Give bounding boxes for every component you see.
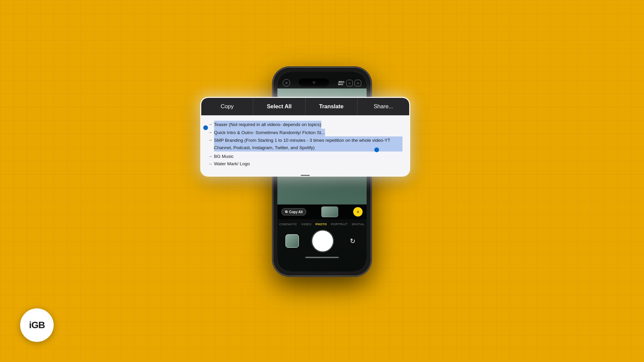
flip-camera-button[interactable]: ↻ xyxy=(346,235,359,247)
select-all-button[interactable]: Select All xyxy=(253,98,305,115)
status-right: JREG MAX ⊙ ⊡ xyxy=(338,80,361,86)
recent-photo-thumbnail[interactable] xyxy=(321,206,338,217)
home-indicator xyxy=(305,257,339,258)
mode-spatial[interactable]: SPATIAL xyxy=(352,223,365,226)
jreg-label: JREG MAX xyxy=(338,81,344,85)
photo-thumbnail[interactable] xyxy=(285,234,299,248)
mode-video[interactable]: VIDEO xyxy=(301,223,312,226)
copy-button[interactable]: Copy xyxy=(201,98,253,115)
text-line-4: → BG Music xyxy=(208,153,402,160)
popup-content: → Teaser (Not required in all videos- de… xyxy=(201,115,409,176)
popup-arrow xyxy=(301,175,310,176)
front-camera xyxy=(313,81,315,84)
translate-button[interactable]: Translate xyxy=(306,98,358,115)
mode-cinematic[interactable]: CINEMATIC xyxy=(279,223,297,226)
camera-controls: ⧉ Copy All ≡ CINEMATIC VIDEO PHOTO PORTR… xyxy=(277,204,367,272)
text-line-5: → Water Mark/ Logo xyxy=(208,160,402,168)
bullet-1: → xyxy=(208,121,213,128)
share-button[interactable]: Share... xyxy=(358,98,409,115)
camera-buttons-row: ↻ xyxy=(277,228,367,254)
line-4-text: BG Music xyxy=(214,153,234,160)
camera-mode-bar: CINEMATIC VIDEO PHOTO PORTRAIT SPATIAL xyxy=(279,219,365,228)
live-text-icon[interactable]: ≡ xyxy=(353,207,363,217)
jreg-text: JREG xyxy=(338,81,344,83)
igb-logo-text: iGB xyxy=(29,320,45,330)
bullet-5: → xyxy=(208,160,213,168)
bullet-3: → xyxy=(208,136,213,144)
bullet-4: → xyxy=(208,153,213,160)
copy-all-label: Copy All xyxy=(289,210,303,214)
max-text: MAX xyxy=(338,83,344,85)
igb-logo: iGB xyxy=(20,308,54,342)
selection-handle-right xyxy=(374,147,379,152)
selection-handle-left xyxy=(203,125,208,130)
copy-all-icon: ⧉ xyxy=(285,210,287,214)
text-line-1: → Teaser (Not required in all videos- de… xyxy=(208,121,402,129)
phone-status-bar: ✕ JREG MAX ⊙ ⊡ xyxy=(277,72,367,88)
mode-portrait[interactable]: PORTRAIT xyxy=(331,223,347,226)
popup-toolbar: Copy Select All Translate Share... xyxy=(201,98,409,115)
shutter-button[interactable] xyxy=(312,231,333,251)
line-1-text: Teaser (Not required in all videos- depe… xyxy=(214,121,321,129)
bullet-2: → xyxy=(208,129,213,136)
line-5-text: Water Mark/ Logo xyxy=(214,160,250,168)
mode-photo[interactable]: PHOTO xyxy=(315,223,327,226)
status-center xyxy=(299,78,329,86)
copy-all-bar: ⧉ Copy All ≡ xyxy=(277,204,367,219)
dynamic-island xyxy=(299,78,329,86)
text-selection-popup: Copy Select All Translate Share... → Tea… xyxy=(201,98,409,176)
text-line-2: → Quick Intro & Outro- Sometimes Randoml… xyxy=(208,129,402,137)
flash-icon[interactable]: ✕ xyxy=(283,79,290,86)
format-icon[interactable]: ⊡ xyxy=(355,80,361,86)
phone-wrapper: Copy Select All Translate Share... → Tea… xyxy=(268,68,376,286)
line-2-text: Quick Intro & Outro- Sometimes Randomly/… xyxy=(214,129,325,137)
live-photo-icon[interactable]: ⊙ xyxy=(346,80,353,86)
text-line-3: → SMP Branding (From Starting 1 to 10 mi… xyxy=(208,136,402,152)
copy-all-button[interactable]: ⧉ Copy All xyxy=(281,208,306,216)
status-left: ✕ xyxy=(283,79,290,86)
